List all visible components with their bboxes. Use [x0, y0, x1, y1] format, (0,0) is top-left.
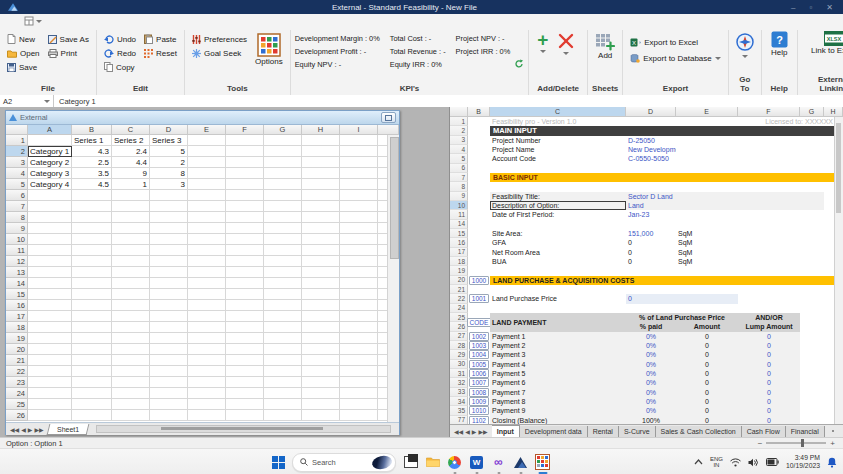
cell[interactable] — [340, 234, 378, 245]
save-button[interactable]: Save — [4, 60, 43, 74]
cell[interactable] — [112, 267, 150, 278]
cell[interactable] — [72, 289, 112, 300]
delete-button[interactable] — [558, 33, 574, 49]
cell[interactable] — [226, 388, 264, 399]
cell[interactable] — [188, 388, 226, 399]
cell[interactable] — [72, 223, 112, 234]
row-header[interactable]: 27 — [450, 332, 468, 341]
cell[interactable] — [150, 267, 188, 278]
cell[interactable] — [226, 190, 264, 201]
new-button[interactable]: New — [4, 32, 43, 46]
cell[interactable] — [112, 377, 150, 388]
cell[interactable] — [264, 366, 302, 377]
row-header[interactable]: 15 — [6, 289, 28, 300]
cell[interactable] — [72, 410, 112, 421]
cell[interactable]: 5 — [150, 146, 188, 157]
row-header[interactable]: 29 — [450, 350, 468, 359]
label-cell[interactable]: Payment 5 — [490, 369, 626, 378]
delete-dropdown-icon[interactable] — [563, 52, 569, 55]
cell[interactable] — [340, 245, 378, 256]
value-cell[interactable]: Sector D Land — [626, 192, 676, 201]
cell[interactable] — [226, 410, 264, 421]
code-link[interactable]: 1007 — [469, 378, 489, 387]
row-header[interactable]: 16 — [6, 300, 28, 311]
cell[interactable] — [150, 245, 188, 256]
cell[interactable] — [800, 238, 824, 247]
cell[interactable] — [72, 234, 112, 245]
cell[interactable] — [800, 229, 824, 238]
print-button[interactable]: Print — [45, 46, 92, 60]
zoom-slider-handle[interactable] — [801, 439, 804, 447]
cell[interactable] — [800, 378, 824, 387]
column-header[interactable]: H — [824, 107, 843, 117]
column-header[interactable]: F — [738, 107, 800, 117]
column-header[interactable]: G — [800, 107, 824, 117]
cell[interactable] — [340, 300, 378, 311]
cell[interactable] — [188, 256, 226, 267]
cell[interactable] — [340, 278, 378, 289]
cell[interactable]: 9 — [112, 168, 150, 179]
cell[interactable] — [800, 201, 824, 210]
cell[interactable] — [28, 300, 72, 311]
cell[interactable] — [738, 145, 800, 154]
row-header[interactable]: 9 — [6, 223, 28, 234]
cell[interactable] — [800, 248, 824, 257]
cell[interactable] — [738, 294, 800, 303]
value-cell[interactable]: C-0550-5050 — [626, 154, 676, 163]
value-cell[interactable]: Land — [626, 201, 676, 210]
pct-cell[interactable]: 0% — [626, 388, 676, 397]
cell[interactable] — [72, 300, 112, 311]
amount-cell[interactable]: 0 — [676, 341, 738, 350]
goal-seek-button[interactable]: Goal Seek — [189, 46, 250, 60]
cell[interactable] — [302, 201, 340, 212]
goto-compass-icon[interactable] — [736, 33, 754, 51]
cell[interactable] — [264, 355, 302, 366]
cell[interactable] — [340, 168, 378, 179]
minimize-button[interactable]: – — [791, 3, 795, 12]
cell[interactable] — [340, 388, 378, 399]
column-header[interactable]: A — [28, 125, 72, 135]
code-link[interactable]: 1009 — [469, 397, 489, 406]
copy-button[interactable]: Copy — [101, 60, 139, 74]
select-all-corner[interactable] — [450, 107, 468, 117]
cell[interactable] — [150, 223, 188, 234]
cell[interactable] — [150, 388, 188, 399]
cell[interactable] — [800, 294, 824, 303]
cell[interactable] — [264, 410, 302, 421]
cell[interactable] — [150, 333, 188, 344]
cell[interactable] — [738, 229, 800, 238]
cell[interactable] — [302, 267, 340, 278]
cell[interactable] — [112, 278, 150, 289]
column-header[interactable]: D — [626, 107, 676, 117]
cell[interactable] — [264, 278, 302, 289]
first-sheet-button[interactable]: ◀◀ — [10, 426, 19, 433]
cell[interactable] — [264, 168, 302, 179]
cell[interactable] — [188, 201, 226, 212]
amount-cell[interactable]: 0 — [676, 360, 738, 369]
cell[interactable] — [302, 388, 340, 399]
cell[interactable] — [302, 157, 340, 168]
row-header[interactable]: 18 — [6, 322, 28, 333]
column-header[interactable]: B — [72, 125, 112, 135]
first-sheet-button[interactable]: ◀◀ — [454, 428, 463, 435]
cell[interactable] — [28, 355, 72, 366]
cell[interactable] — [188, 399, 226, 410]
cell[interactable] — [72, 399, 112, 410]
column-header[interactable]: B — [468, 107, 490, 117]
cell[interactable] — [302, 278, 340, 289]
sheet-tab-sheet1[interactable]: Sheet1 — [46, 424, 89, 435]
column-header[interactable]: C — [112, 125, 150, 135]
cell[interactable] — [72, 377, 112, 388]
cell[interactable]: Category 3 — [28, 168, 72, 179]
cell[interactable] — [264, 190, 302, 201]
lump-cell[interactable]: 0 — [738, 406, 800, 415]
unit-cell[interactable] — [676, 145, 738, 154]
cell[interactable] — [150, 300, 188, 311]
cell[interactable] — [800, 388, 824, 397]
unit-cell[interactable] — [676, 294, 738, 303]
row-header[interactable]: 32 — [450, 378, 468, 387]
cell[interactable] — [28, 311, 72, 322]
code-link[interactable]: 1002 — [469, 332, 489, 341]
cell[interactable] — [340, 410, 378, 421]
value-cell[interactable]: New Development — [626, 145, 676, 154]
